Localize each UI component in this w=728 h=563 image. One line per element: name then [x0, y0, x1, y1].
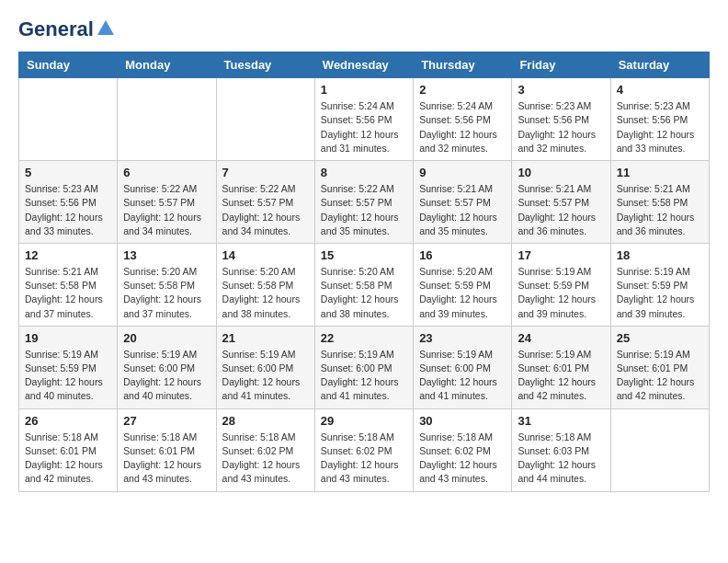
day-info: Sunrise: 5:19 AM Sunset: 6:00 PM Dayligh… [419, 348, 506, 404]
calendar-cell: 2Sunrise: 5:24 AM Sunset: 5:56 PM Daylig… [414, 78, 512, 161]
day-number: 14 [222, 248, 309, 262]
day-info: Sunrise: 5:23 AM Sunset: 5:56 PM Dayligh… [518, 99, 604, 155]
day-number: 2 [419, 83, 506, 97]
day-info: Sunrise: 5:18 AM Sunset: 6:01 PM Dayligh… [25, 431, 111, 487]
day-number: 27 [123, 414, 210, 428]
day-info: Sunrise: 5:19 AM Sunset: 6:01 PM Dayligh… [617, 348, 703, 404]
calendar-cell: 24Sunrise: 5:19 AM Sunset: 6:01 PM Dayli… [512, 326, 610, 408]
calendar-cell: 21Sunrise: 5:19 AM Sunset: 6:00 PM Dayli… [216, 326, 314, 408]
day-info: Sunrise: 5:21 AM Sunset: 5:58 PM Dayligh… [25, 265, 111, 321]
day-info: Sunrise: 5:18 AM Sunset: 6:02 PM Dayligh… [222, 431, 309, 487]
day-info: Sunrise: 5:24 AM Sunset: 5:56 PM Dayligh… [419, 99, 506, 155]
calendar-cell: 18Sunrise: 5:19 AM Sunset: 5:59 PM Dayli… [610, 243, 709, 326]
day-info: Sunrise: 5:19 AM Sunset: 6:01 PM Dayligh… [518, 348, 604, 404]
day-info: Sunrise: 5:21 AM Sunset: 5:57 PM Dayligh… [518, 182, 604, 238]
day-info: Sunrise: 5:22 AM Sunset: 5:57 PM Dayligh… [222, 182, 309, 238]
day-info: Sunrise: 5:18 AM Sunset: 6:01 PM Dayligh… [123, 431, 210, 487]
day-number: 24 [518, 331, 604, 345]
day-header-wednesday: Wednesday [314, 52, 413, 78]
day-number: 11 [617, 166, 703, 179]
calendar-cell: 28Sunrise: 5:18 AM Sunset: 6:02 PM Dayli… [216, 408, 314, 491]
day-number: 30 [419, 414, 506, 428]
day-header-thursday: Thursday [414, 52, 512, 78]
day-number: 16 [419, 248, 506, 262]
calendar-cell: 26Sunrise: 5:18 AM Sunset: 6:01 PM Dayli… [19, 408, 118, 491]
calendar-table: SundayMondayTuesdayWednesdayThursdayFrid… [18, 52, 710, 491]
day-header-monday: Monday [118, 52, 216, 78]
calendar-cell: 16Sunrise: 5:20 AM Sunset: 5:59 PM Dayli… [414, 243, 512, 326]
day-number: 31 [518, 414, 604, 428]
logo-icon [96, 18, 116, 39]
day-info: Sunrise: 5:20 AM Sunset: 5:59 PM Dayligh… [419, 265, 506, 321]
calendar-cell: 17Sunrise: 5:19 AM Sunset: 5:59 PM Dayli… [512, 243, 610, 326]
calendar-week-row: 5Sunrise: 5:23 AM Sunset: 5:56 PM Daylig… [19, 161, 710, 244]
calendar-header-row: SundayMondayTuesdayWednesdayThursdayFrid… [19, 52, 710, 78]
day-info: Sunrise: 5:19 AM Sunset: 5:59 PM Dayligh… [25, 348, 111, 404]
calendar-cell: 14Sunrise: 5:20 AM Sunset: 5:58 PM Dayli… [216, 243, 314, 326]
calendar-cell: 8Sunrise: 5:22 AM Sunset: 5:57 PM Daylig… [314, 161, 413, 244]
day-number: 21 [222, 331, 309, 345]
day-number: 20 [123, 331, 210, 345]
calendar-cell [19, 78, 118, 161]
day-number: 19 [25, 331, 111, 345]
calendar-cell: 7Sunrise: 5:22 AM Sunset: 5:57 PM Daylig… [216, 161, 314, 244]
calendar-cell: 1Sunrise: 5:24 AM Sunset: 5:56 PM Daylig… [314, 78, 413, 161]
svg-marker-0 [97, 20, 114, 35]
day-number: 5 [25, 166, 111, 179]
day-info: Sunrise: 5:18 AM Sunset: 6:02 PM Dayligh… [419, 431, 506, 487]
calendar-cell [118, 78, 216, 161]
calendar-week-row: 12Sunrise: 5:21 AM Sunset: 5:58 PM Dayli… [19, 243, 710, 326]
calendar-cell: 30Sunrise: 5:18 AM Sunset: 6:02 PM Dayli… [414, 408, 512, 491]
day-number: 25 [617, 331, 703, 345]
day-info: Sunrise: 5:23 AM Sunset: 5:56 PM Dayligh… [25, 182, 111, 238]
calendar-cell: 23Sunrise: 5:19 AM Sunset: 6:00 PM Dayli… [414, 326, 512, 408]
calendar-cell [610, 408, 709, 491]
day-header-friday: Friday [512, 52, 610, 78]
calendar-cell: 13Sunrise: 5:20 AM Sunset: 5:58 PM Dayli… [118, 243, 216, 326]
day-info: Sunrise: 5:19 AM Sunset: 5:59 PM Dayligh… [617, 265, 703, 321]
day-number: 10 [518, 166, 604, 179]
day-info: Sunrise: 5:20 AM Sunset: 5:58 PM Dayligh… [123, 265, 210, 321]
day-info: Sunrise: 5:23 AM Sunset: 5:56 PM Dayligh… [617, 99, 703, 155]
day-number: 22 [321, 331, 407, 345]
calendar-cell: 11Sunrise: 5:21 AM Sunset: 5:58 PM Dayli… [610, 161, 709, 244]
calendar-cell [216, 78, 314, 161]
calendar-cell: 10Sunrise: 5:21 AM Sunset: 5:57 PM Dayli… [512, 161, 610, 244]
calendar-cell: 25Sunrise: 5:19 AM Sunset: 6:01 PM Dayli… [610, 326, 709, 408]
day-header-saturday: Saturday [610, 52, 709, 78]
day-info: Sunrise: 5:20 AM Sunset: 5:58 PM Dayligh… [321, 265, 407, 321]
calendar-cell: 4Sunrise: 5:23 AM Sunset: 5:56 PM Daylig… [610, 78, 709, 161]
calendar-cell: 15Sunrise: 5:20 AM Sunset: 5:58 PM Dayli… [314, 243, 413, 326]
day-number: 12 [25, 248, 111, 262]
day-info: Sunrise: 5:19 AM Sunset: 6:00 PM Dayligh… [321, 348, 407, 404]
logo: General [18, 18, 116, 37]
day-info: Sunrise: 5:18 AM Sunset: 6:02 PM Dayligh… [321, 431, 407, 487]
calendar-cell: 6Sunrise: 5:22 AM Sunset: 5:57 PM Daylig… [118, 161, 216, 244]
day-number: 29 [321, 414, 407, 428]
calendar-cell: 29Sunrise: 5:18 AM Sunset: 6:02 PM Dayli… [314, 408, 413, 491]
day-number: 7 [222, 166, 309, 179]
page-header: General [18, 18, 710, 37]
day-number: 4 [617, 83, 703, 97]
day-number: 18 [617, 248, 703, 262]
calendar-cell: 9Sunrise: 5:21 AM Sunset: 5:57 PM Daylig… [414, 161, 512, 244]
calendar-cell: 31Sunrise: 5:18 AM Sunset: 6:03 PM Dayli… [512, 408, 610, 491]
day-number: 9 [419, 166, 506, 179]
day-number: 13 [123, 248, 210, 262]
day-info: Sunrise: 5:19 AM Sunset: 5:59 PM Dayligh… [518, 265, 604, 321]
day-info: Sunrise: 5:22 AM Sunset: 5:57 PM Dayligh… [123, 182, 210, 238]
calendar-cell: 22Sunrise: 5:19 AM Sunset: 6:00 PM Dayli… [314, 326, 413, 408]
day-number: 23 [419, 331, 506, 345]
calendar-cell: 5Sunrise: 5:23 AM Sunset: 5:56 PM Daylig… [19, 161, 118, 244]
calendar-week-row: 19Sunrise: 5:19 AM Sunset: 5:59 PM Dayli… [19, 326, 710, 408]
calendar-cell: 12Sunrise: 5:21 AM Sunset: 5:58 PM Dayli… [19, 243, 118, 326]
day-header-sunday: Sunday [19, 52, 118, 78]
day-info: Sunrise: 5:24 AM Sunset: 5:56 PM Dayligh… [321, 99, 407, 155]
calendar-cell: 3Sunrise: 5:23 AM Sunset: 5:56 PM Daylig… [512, 78, 610, 161]
day-info: Sunrise: 5:19 AM Sunset: 6:00 PM Dayligh… [222, 348, 309, 404]
day-info: Sunrise: 5:21 AM Sunset: 5:57 PM Dayligh… [419, 182, 506, 238]
calendar-week-row: 1Sunrise: 5:24 AM Sunset: 5:56 PM Daylig… [19, 78, 710, 161]
logo-text-general: General [18, 18, 94, 40]
day-header-tuesday: Tuesday [216, 52, 314, 78]
day-number: 15 [321, 248, 407, 262]
